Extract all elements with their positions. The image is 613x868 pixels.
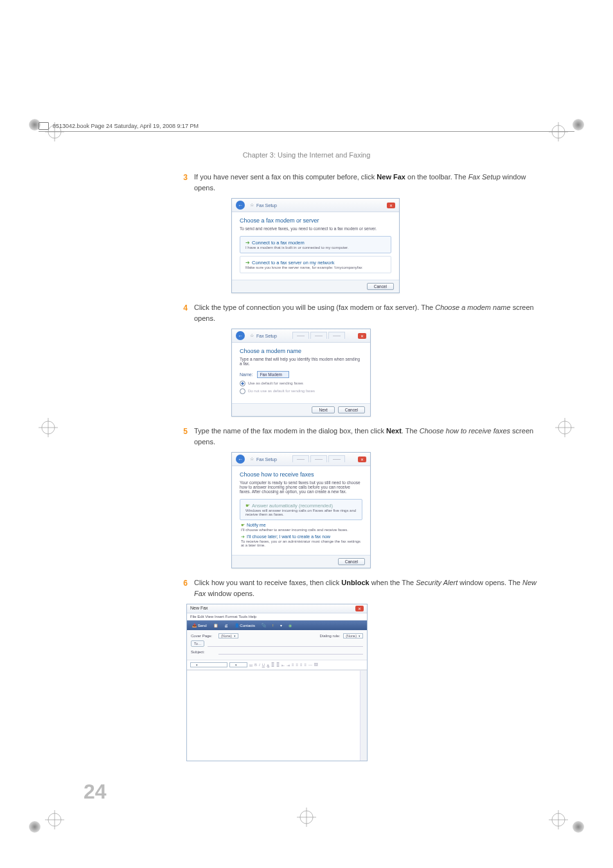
- option-fax-modem[interactable]: ➔Connect to a fax modem I have a modem t…: [240, 236, 391, 253]
- window-title: Fax Setup: [256, 203, 277, 208]
- image-icon[interactable]: 🖼: [314, 663, 318, 667]
- indent-icon[interactable]: ⇤: [281, 663, 285, 667]
- window-title: New Fax: [190, 606, 208, 611]
- dialog-subtext: Type a name that will help you identify …: [240, 357, 362, 366]
- subject-label: Subject:: [191, 650, 215, 654]
- font-select[interactable]: [190, 662, 227, 667]
- option-fax-server[interactable]: ➔Connect to a fax server on my network M…: [240, 256, 391, 273]
- color-icon[interactable]: A̲: [267, 663, 269, 667]
- underline-icon[interactable]: U: [262, 663, 265, 667]
- step-5: 5 Type the name of the fax modem in the …: [180, 426, 542, 447]
- to-field[interactable]: [208, 641, 363, 647]
- dialog-heading: Choose a modem name: [240, 348, 362, 354]
- screenshot-receive-faxes: ← ☆ Fax Setup —————— ✕ Choose how to rec…: [231, 452, 542, 568]
- close-icon[interactable]: ✕: [355, 606, 364, 611]
- italic-icon[interactable]: I: [259, 663, 260, 667]
- dialog-heading: Choose a fax modem or server: [240, 217, 391, 224]
- toolbar-icon[interactable]: 📎: [260, 622, 268, 628]
- window-title: Fax Setup: [256, 457, 277, 462]
- option-choose-later[interactable]: ➔I'll choose later; I want to create a f…: [241, 534, 361, 547]
- next-button[interactable]: Next: [312, 406, 334, 413]
- toolbar-icon[interactable]: !: [271, 623, 276, 628]
- step-4: 4 Click the type of connection you will …: [180, 302, 542, 323]
- cover-page-label: Cover Page:: [191, 634, 215, 638]
- back-arrow-icon[interactable]: ←: [236, 455, 245, 464]
- message-body[interactable]: [187, 670, 367, 761]
- screenshot-new-fax: New Fax ✕ File Edit View Insert Format T…: [186, 604, 542, 761]
- align-icon[interactable]: ≡: [296, 663, 299, 667]
- toolbar-icon[interactable]: ◉: [287, 622, 294, 628]
- align-icon[interactable]: ≡: [300, 663, 303, 667]
- chapter-title: Chapter 3: Using the Internet and Faxing: [39, 151, 574, 159]
- step-number: 3: [180, 172, 188, 193]
- radio-default[interactable]: Use as default for sending faxes: [240, 381, 362, 386]
- to-button[interactable]: To…: [191, 640, 204, 647]
- toolbar-icon[interactable]: 📋: [211, 622, 220, 628]
- align-icon[interactable]: ≡: [305, 663, 307, 667]
- dialog-subtext: Your computer is ready to send faxes but…: [240, 480, 362, 494]
- dialing-rule-select[interactable]: (None): [343, 633, 363, 638]
- screenshot-modem-name: ← ☆ Fax Setup —————— ✕ Choose a modem na…: [231, 329, 542, 417]
- step-number: 6: [180, 577, 188, 599]
- back-arrow-icon[interactable]: ←: [236, 331, 245, 340]
- close-icon[interactable]: ✕: [358, 457, 366, 462]
- page-number: 24: [84, 780, 107, 804]
- toolbar-icon[interactable]: 🖨: [222, 623, 230, 628]
- cover-page-select[interactable]: (None): [218, 633, 238, 638]
- option-answer-auto[interactable]: ☛Answer automatically (recommended) Wind…: [240, 499, 362, 520]
- header-text: 8513042.book Page 24 Saturday, April 19,…: [53, 123, 199, 129]
- crop-mark: [549, 122, 568, 141]
- menu-bar[interactable]: File Edit View Insert Format Tools Help: [187, 613, 367, 620]
- step-number: 4: [180, 302, 188, 323]
- crop-mark: [297, 808, 316, 829]
- crop-mark: [45, 810, 64, 829]
- crop-mark: [555, 418, 574, 437]
- step-3: 3 If you have never sent a fax on this c…: [180, 172, 542, 193]
- send-button[interactable]: 📤 Send: [190, 622, 209, 628]
- option-notify-me[interactable]: ☛Notify me I'll choose whether to answer…: [241, 523, 361, 532]
- bold-icon[interactable]: B: [254, 663, 257, 667]
- radio-not-default[interactable]: Do not use as default for sending faxes: [240, 388, 362, 394]
- step-number: 5: [180, 426, 188, 447]
- toolbar-icon[interactable]: ▾: [278, 622, 284, 628]
- scrollbar[interactable]: [360, 671, 367, 761]
- toolbar: 📤 Send 📋 🖨 👤 Contacts 📎 ! ▾ ◉: [187, 620, 367, 630]
- cancel-button[interactable]: Cancel: [338, 558, 365, 565]
- hr-icon[interactable]: —: [308, 663, 312, 667]
- contacts-button[interactable]: 👤 Contacts: [233, 622, 257, 628]
- indent-icon[interactable]: ⇥: [287, 663, 290, 667]
- format-toolbar: ⊞ B I U A̲ ≣ ≣ ⇤ ⇥ ≡ ≡ ≡ ≡ — 🖼: [187, 660, 367, 670]
- subject-field[interactable]: [218, 649, 363, 655]
- close-icon[interactable]: ✕: [358, 333, 366, 339]
- name-label: Name:: [240, 372, 253, 377]
- cancel-button[interactable]: Cancel: [367, 283, 394, 290]
- book-icon: [39, 122, 49, 130]
- dialing-rule-label: Dialing rule:: [320, 634, 341, 638]
- page-header: 8513042.book Page 24 Saturday, April 19,…: [39, 122, 574, 132]
- dialog-heading: Choose how to receive faxes: [240, 471, 362, 478]
- screenshot-fax-setup-choose: ← ☆ Fax Setup ✕ Choose a fax modem or se…: [231, 198, 542, 293]
- step-6: 6 Click how you want to receive faxes, t…: [180, 577, 542, 599]
- list-icon[interactable]: ≣: [276, 663, 280, 667]
- size-select[interactable]: [229, 662, 247, 667]
- dialog-subtext: To send and receive faxes, you need to c…: [240, 226, 391, 231]
- close-icon[interactable]: ✕: [387, 203, 395, 208]
- modem-name-input[interactable]: Fax Modem: [257, 371, 289, 378]
- crop-mark: [39, 418, 58, 437]
- format-icon[interactable]: ⊞: [249, 663, 253, 667]
- crop-mark: [549, 810, 568, 829]
- window-title: Fax Setup: [256, 334, 277, 338]
- back-arrow-icon[interactable]: ←: [236, 201, 245, 210]
- cancel-button[interactable]: Cancel: [338, 406, 365, 413]
- list-icon[interactable]: ≣: [271, 663, 274, 667]
- align-icon[interactable]: ≡: [292, 663, 294, 667]
